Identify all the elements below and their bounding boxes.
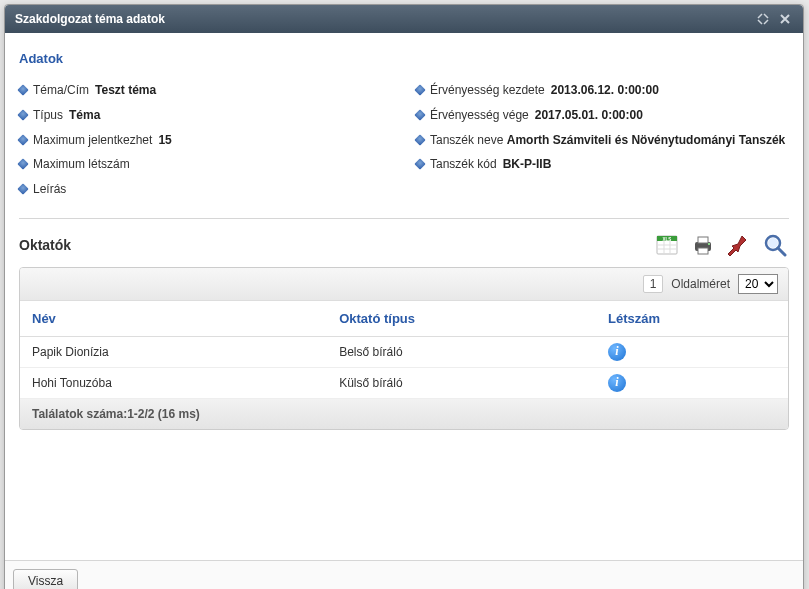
field-value: 2013.06.12. 0:00:00	[551, 82, 659, 99]
field-tipus: Típus Téma	[19, 103, 392, 128]
field-tanszek-neve: Tanszék neve Amorth Számviteli és Növény…	[416, 128, 789, 153]
cell-count: i	[596, 336, 788, 367]
info-icon[interactable]: i	[608, 343, 626, 361]
bullet-icon	[17, 159, 28, 170]
grid-footer: Találatok száma:1-2/2 (16 ms)	[20, 399, 788, 429]
field-label: Érvényesség kezdete	[430, 82, 545, 99]
field-value: Téma	[69, 107, 100, 124]
oktatok-table: Név Oktató típus Létszám Papik Dionízia …	[20, 301, 788, 399]
cell-count: i	[596, 367, 788, 398]
bullet-icon	[17, 84, 28, 95]
back-button[interactable]: Vissza	[13, 569, 78, 589]
table-header-row: Név Oktató típus Létszám	[20, 301, 788, 337]
print-icon[interactable]	[689, 231, 717, 259]
cell-type: Belső bíráló	[327, 336, 596, 367]
field-label: Tanszék kód	[430, 156, 497, 173]
field-value: 15	[158, 132, 171, 149]
field-tema-cim: Téma/Cím Teszt téma	[19, 78, 392, 103]
table-row[interactable]: Hohi Tonuzóba Külső bíráló i	[20, 367, 788, 398]
field-label: Érvényesség vége	[430, 107, 529, 124]
field-max-jelentkezhet: Maximum jelentkezhet 15	[19, 128, 392, 153]
field-max-letszam: Maximum létszám	[19, 152, 392, 177]
field-label: Tanszék neve	[430, 133, 503, 147]
oktatok-header: Oktatók XLS	[19, 227, 789, 267]
page-size-select[interactable]: 20	[738, 274, 778, 294]
bullet-icon	[414, 159, 425, 170]
field-value: BK-P-IIB	[503, 156, 552, 173]
field-label: Maximum létszám	[33, 156, 130, 173]
divider	[19, 218, 789, 219]
oktatok-title: Oktatók	[19, 237, 71, 253]
grid-pager: 1 Oldalméret 20	[20, 268, 788, 301]
field-erv-vege: Érvényesség vége 2017.05.01. 0:00:00	[416, 103, 789, 128]
export-xls-icon[interactable]: XLS	[653, 231, 681, 259]
grid-container: 1 Oldalméret 20 Név Oktató típus Létszám…	[19, 267, 789, 430]
cell-name: Papik Dionízia	[20, 336, 327, 367]
field-value: Amorth Számviteli és Növénytudományi Tan…	[507, 133, 786, 147]
dialog-footer: Vissza	[5, 560, 803, 589]
svg-line-13	[778, 248, 785, 255]
bullet-icon	[414, 109, 425, 120]
pin-icon[interactable]	[725, 231, 753, 259]
svg-point-10	[708, 243, 710, 245]
table-row[interactable]: Papik Dionízia Belső bíráló i	[20, 336, 788, 367]
dialog-title: Szakdolgozat téma adatok	[15, 12, 165, 26]
field-label: Téma/Cím	[33, 82, 89, 99]
field-erv-kezdete: Érvényesség kezdete 2013.06.12. 0:00:00	[416, 78, 789, 103]
bullet-icon	[17, 134, 28, 145]
cell-name: Hohi Tonuzóba	[20, 367, 327, 398]
svg-point-12	[768, 238, 778, 248]
page-size-label: Oldalméret	[671, 277, 730, 291]
svg-rect-9	[698, 248, 708, 254]
col-header-nev[interactable]: Név	[20, 301, 327, 337]
spacer	[19, 430, 789, 550]
info-icon[interactable]: i	[608, 374, 626, 392]
bullet-icon	[17, 184, 28, 195]
field-label: Maximum jelentkezhet	[33, 132, 152, 149]
section-title-adatok: Adatok	[19, 51, 789, 66]
search-icon[interactable]	[761, 231, 789, 259]
field-value: 2017.05.01. 0:00:00	[535, 107, 643, 124]
grid-toolbar: XLS	[653, 231, 789, 259]
page-number[interactable]: 1	[643, 275, 664, 293]
field-value: Teszt téma	[95, 82, 156, 99]
dialog-body: Adatok Téma/Cím Teszt téma Típus Téma Ma…	[5, 33, 803, 560]
dialog-header: Szakdolgozat téma adatok	[5, 5, 803, 33]
field-leiras: Leírás	[19, 177, 392, 202]
bullet-icon	[414, 84, 425, 95]
maximize-icon[interactable]	[755, 11, 771, 27]
field-label: Típus	[33, 107, 63, 124]
bullet-icon	[414, 134, 425, 145]
field-tanszek-kod: Tanszék kód BK-P-IIB	[416, 152, 789, 177]
field-label: Leírás	[33, 181, 66, 198]
bullet-icon	[17, 109, 28, 120]
svg-text:XLS: XLS	[663, 236, 672, 241]
dialog: Szakdolgozat téma adatok Adatok Téma/Cím…	[4, 4, 804, 589]
dialog-header-icons	[755, 11, 793, 27]
close-icon[interactable]	[777, 11, 793, 27]
fields-columns: Téma/Cím Teszt téma Típus Téma Maximum j…	[19, 78, 789, 202]
cell-type: Külső bíráló	[327, 367, 596, 398]
fields-left: Téma/Cím Teszt téma Típus Téma Maximum j…	[19, 78, 392, 202]
col-header-tipus[interactable]: Oktató típus	[327, 301, 596, 337]
col-header-letszam[interactable]: Létszám	[596, 301, 788, 337]
fields-right: Érvényesség kezdete 2013.06.12. 0:00:00 …	[416, 78, 789, 202]
svg-rect-8	[698, 237, 708, 243]
